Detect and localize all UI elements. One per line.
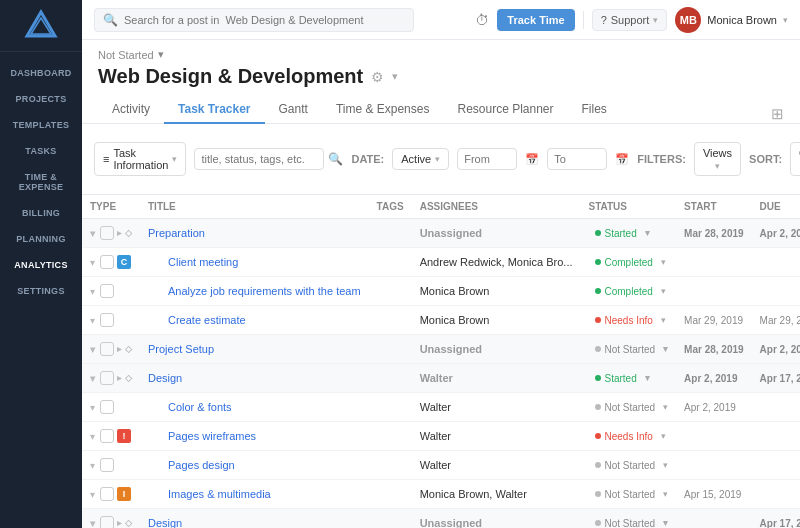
tab-activity[interactable]: Activity [98, 96, 164, 124]
sidebar-item-templates[interactable]: TEMPLATES [0, 112, 82, 138]
row-checkbox[interactable] [100, 313, 114, 327]
user-chevron-icon: ▾ [783, 15, 788, 25]
task-title[interactable]: Project Setup [148, 343, 214, 355]
expand-icon[interactable]: ▾ [90, 489, 95, 500]
expand-icon[interactable]: ▾ [90, 286, 95, 297]
grid-layout-icon[interactable]: ⊞ [771, 105, 784, 123]
chevron-right-icon[interactable]: ▸ [117, 228, 122, 238]
date-to-input[interactable] [547, 148, 607, 170]
row-checkbox[interactable] [100, 487, 114, 501]
task-title[interactable]: Color & fonts [168, 401, 232, 413]
search-input[interactable] [124, 14, 405, 26]
sidebar-item-billing[interactable]: BILLING [0, 200, 82, 226]
breadcrumb: Not Started ▾ [98, 48, 784, 61]
sort-order-button[interactable]: Order ▾ [790, 142, 800, 176]
expand-icon[interactable]: ▾ [90, 518, 95, 529]
row-checkbox[interactable] [100, 284, 114, 298]
chevron-right-icon[interactable]: ▸ [117, 518, 122, 528]
expand-icon[interactable]: ▾ [90, 402, 95, 413]
task-title[interactable]: Client meeting [168, 256, 238, 268]
row-checkbox[interactable] [100, 429, 114, 443]
tab-task-tracker[interactable]: Task Tracker [164, 96, 265, 124]
row-checkbox[interactable] [100, 226, 114, 240]
expand-icon[interactable]: ▾ [90, 228, 95, 239]
track-time-button[interactable]: Track Time [497, 9, 574, 31]
task-filter-dropdown[interactable]: ≡ Task Information ▾ [94, 142, 186, 176]
filter-chevron-icon: ▾ [172, 154, 177, 164]
sidebar-item-projects[interactable]: PROJECTS [0, 86, 82, 112]
date-active-dropdown[interactable]: Active ▾ [392, 148, 449, 170]
tab-gantt[interactable]: Gantt [265, 96, 322, 124]
row-checkbox[interactable] [100, 400, 114, 414]
row-checkbox[interactable] [100, 371, 114, 385]
assignees-cell: Walter [412, 422, 581, 451]
sidebar-item-settings[interactable]: SETTINGS [0, 278, 82, 304]
status-chevron-icon[interactable]: ▾ [661, 257, 666, 267]
status-chevron-icon[interactable]: ▾ [663, 402, 668, 412]
status-chevron-icon[interactable]: ▾ [661, 431, 666, 441]
row-checkbox[interactable] [100, 458, 114, 472]
row-checkbox[interactable] [100, 516, 114, 528]
gear-icon[interactable]: ⚙ [371, 69, 384, 85]
tab-resource-planner[interactable]: Resource Planner [443, 96, 567, 124]
table-header-row: TYPE TITLE TAGS ASSIGNEES STATUS START D… [82, 195, 800, 219]
due-cell: Apr 17, 2019 [752, 364, 800, 393]
search-box[interactable]: 🔍 [94, 8, 414, 32]
sidebar-item-time-expense[interactable]: TIME & EXPENSE [0, 164, 82, 200]
calendar-to-icon[interactable]: 📅 [615, 153, 629, 166]
status-chevron-icon[interactable]: ▾ [663, 489, 668, 499]
sidebar-item-planning[interactable]: PLANNING [0, 226, 82, 252]
status-chevron-icon[interactable]: ▾ [661, 315, 666, 325]
status-chevron-icon[interactable]: ▾ [663, 518, 668, 528]
sidebar-item-dashboard[interactable]: DASHBOARD [0, 60, 82, 86]
task-row: ▾ Pages design Walter Not Started▾ ⊕ ⎘ 🗑 [82, 451, 800, 480]
topbar-separator [583, 11, 584, 29]
topbar: 🔍 ⏱ Track Time ? Support ▾ MB Monica Bro… [82, 0, 800, 40]
task-title[interactable]: Pages wireframes [168, 430, 256, 442]
col-start: START [676, 195, 752, 219]
chevron-right-icon[interactable]: ▸ [117, 373, 122, 383]
status-chevron-icon[interactable]: ▾ [645, 373, 650, 383]
row-controls: ▾ ! [90, 429, 132, 443]
sort-label: SORT: [749, 153, 782, 165]
expand-icon[interactable]: ▾ [90, 460, 95, 471]
diamond-icon: ◇ [125, 228, 132, 238]
status-chevron-icon[interactable]: ▾ [645, 228, 650, 238]
task-search-input[interactable] [194, 148, 324, 170]
date-from-input[interactable] [457, 148, 517, 170]
task-title[interactable]: Design [148, 372, 182, 384]
status-cell: Started▾ [581, 219, 677, 248]
status-chevron-icon[interactable]: ▾ [661, 286, 666, 296]
status-chevron-icon[interactable]: ▾ [663, 460, 668, 470]
status-badge: Started [589, 226, 643, 241]
support-button[interactable]: ? Support ▾ [592, 9, 668, 31]
type-cell: ▾ ! [82, 422, 140, 451]
chevron-right-icon[interactable]: ▸ [117, 344, 122, 354]
sidebar-item-tasks[interactable]: TASKS [0, 138, 82, 164]
task-title[interactable]: Analyze job requirements with the team [168, 285, 361, 297]
task-title[interactable]: Preparation [148, 227, 205, 239]
expand-icon[interactable]: ▾ [90, 257, 95, 268]
expand-icon[interactable]: ▾ [90, 315, 95, 326]
views-filter-button[interactable]: Views ▾ [694, 142, 741, 176]
task-title[interactable]: Create estimate [168, 314, 246, 326]
tab-time-expenses[interactable]: Time & Expenses [322, 96, 444, 124]
expand-icon[interactable]: ▾ [90, 431, 95, 442]
sidebar-item-analytics[interactable]: ANALYTICS [0, 252, 82, 278]
type-cell: ▾ [82, 306, 140, 335]
status-cell: Not Started▾ [581, 335, 677, 364]
row-checkbox[interactable] [100, 255, 114, 269]
task-title[interactable]: Pages design [168, 459, 235, 471]
task-title[interactable]: Images & multimedia [168, 488, 271, 500]
calendar-from-icon[interactable]: 📅 [525, 153, 539, 166]
expand-icon[interactable]: ▾ [90, 344, 95, 355]
expand-icon[interactable]: ▾ [90, 373, 95, 384]
status-chevron-icon[interactable]: ▾ [663, 344, 668, 354]
row-checkbox[interactable] [100, 342, 114, 356]
user-profile[interactable]: MB Monica Brown ▾ [675, 7, 788, 33]
due-cell: Apr 2, 2019 [752, 219, 800, 248]
tab-files[interactable]: Files [568, 96, 621, 124]
group-row: ▾ ▸ ◇ Project Setup Unassigned Not Start… [82, 335, 800, 364]
task-title[interactable]: Design [148, 517, 182, 528]
status-dot [595, 520, 601, 526]
